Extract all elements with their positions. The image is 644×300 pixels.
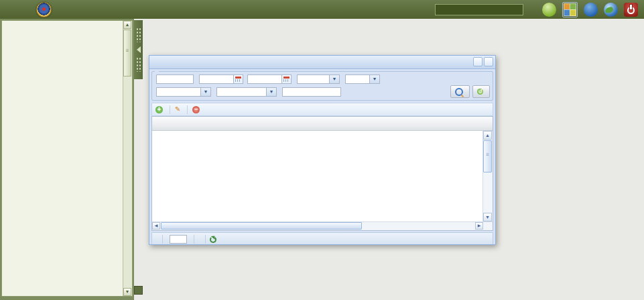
collapse-window-button[interactable]	[473, 57, 482, 66]
device-type-select[interactable]: ▼	[216, 87, 277, 97]
modify-record-button[interactable]: ✎	[175, 106, 182, 113]
power-icon[interactable]	[624, 3, 638, 17]
clear-icon: ↺	[477, 89, 483, 95]
chevron-down-icon[interactable]: ▼	[369, 75, 379, 83]
map-corner-chip	[134, 286, 143, 295]
handle-status-select[interactable]: ▼	[297, 74, 340, 84]
scroll-down-icon[interactable]: ▼	[123, 288, 131, 296]
grid-toolbar: + ✎ −	[151, 103, 493, 116]
delete-record-button[interactable]: −	[192, 106, 202, 113]
fault-reason-input[interactable]	[282, 87, 341, 97]
paging-toolbar	[151, 232, 493, 244]
window-body: ▼ ▼ ▼ ▼	[149, 69, 495, 244]
hscroll-thumb[interactable]	[161, 222, 362, 230]
recycle-icon[interactable]	[542, 3, 556, 17]
chevron-down-icon[interactable]: ▼	[266, 88, 276, 96]
chevron-down-icon[interactable]: ▼	[329, 75, 339, 83]
police-badge-icon	[36, 2, 52, 17]
tree-scrollbar-thumb[interactable]	[123, 30, 131, 77]
page-number-input[interactable]	[170, 235, 187, 244]
fault-grid: ▲ ▼ ◀ ▶	[151, 116, 493, 231]
apps-grid-icon[interactable]	[562, 2, 578, 17]
splitter-grip-icon	[136, 28, 141, 42]
top-header	[0, 0, 644, 19]
close-window-button[interactable]	[484, 57, 493, 66]
send-status-select[interactable]: ▼	[345, 74, 380, 84]
calendar-icon[interactable]	[234, 74, 243, 84]
query-conditions-fieldset: ▼ ▼ ▼ ▼	[151, 71, 493, 101]
scroll-up-icon[interactable]: ▲	[483, 131, 492, 140]
collapse-left-icon[interactable]	[137, 46, 141, 53]
chevron-down-icon[interactable]: ▼	[200, 88, 210, 96]
fault-info-window: ▼ ▼ ▼ ▼	[149, 55, 496, 245]
query-button[interactable]	[450, 85, 470, 98]
pencil-icon: ✎	[175, 106, 180, 113]
fault-type-select[interactable]: ▼	[156, 87, 211, 97]
nav-tree-panel: ▲ ▼	[1, 20, 133, 297]
grid-horizontal-scrollbar[interactable]: ◀ ▶	[152, 221, 493, 230]
tree-scrollbar[interactable]: ▲ ▼	[123, 21, 132, 296]
magnifier-icon	[455, 88, 463, 96]
calendar-icon[interactable]	[282, 74, 292, 84]
grid-header	[152, 117, 493, 131]
minus-icon: −	[192, 106, 200, 113]
splitter-grip-icon	[136, 57, 141, 72]
scroll-right-icon[interactable]: ▶	[475, 222, 483, 230]
sidebar: ▲ ▼	[0, 19, 134, 300]
scroll-up-icon[interactable]: ▲	[123, 21, 131, 29]
add-record-button[interactable]: +	[155, 106, 165, 113]
sidebar-collapse-splitter[interactable]	[134, 20, 143, 79]
app-screen: ▲ ▼	[0, 0, 644, 300]
fault-time-from-input[interactable]	[199, 74, 234, 84]
refresh-icon[interactable]	[210, 236, 216, 243]
grid-vertical-scrollbar[interactable]: ▲ ▼	[482, 131, 493, 221]
grid-rows-viewport: ▲ ▼	[152, 131, 493, 221]
clear-button[interactable]: ↺	[472, 85, 490, 98]
globe-icon[interactable]	[604, 3, 618, 17]
vscroll-thumb[interactable]	[483, 140, 492, 172]
window-titlebar[interactable]	[149, 56, 495, 69]
scroll-left-icon[interactable]: ◀	[152, 222, 160, 230]
header-search-input[interactable]	[435, 4, 523, 15]
device-name-input[interactable]	[156, 74, 194, 84]
plus-icon: +	[155, 106, 163, 113]
scroll-down-icon[interactable]: ▼	[483, 213, 492, 221]
add-icon[interactable]	[584, 3, 598, 17]
fault-time-to-input[interactable]	[247, 74, 282, 84]
